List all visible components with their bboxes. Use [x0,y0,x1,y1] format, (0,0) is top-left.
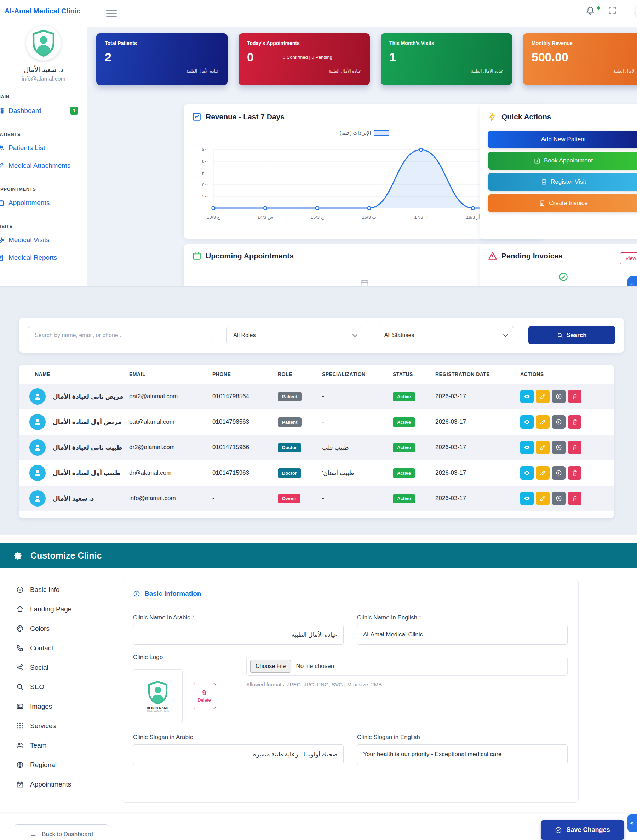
topbar-avatar[interactable] [635,3,637,19]
customize-nav-social[interactable]: Social [11,658,117,677]
customize-nav-contact[interactable]: Contact [11,638,117,658]
download-button[interactable] [552,390,566,403]
view-button[interactable] [520,492,534,505]
table-row: د. سعيد الأمالinfo@alamal.com-Owner-Acti… [19,486,614,511]
view-button[interactable] [520,390,534,403]
trash-icon [572,419,578,425]
pencil-icon [540,495,546,502]
download-button[interactable] [552,441,566,454]
save-changes-button[interactable]: Save Changes [541,820,624,840]
customize-nav-appointments[interactable]: Appointments [11,775,117,794]
arabic-name-field[interactable] [133,625,344,644]
column-header: SPECIALIZATION [318,371,389,377]
bell-icon[interactable] [586,6,595,15]
pending-title-row: Pending Invoices [488,251,637,261]
quick-action-label: Book Appointment [544,157,593,164]
stat-card-footer: عيادة الأمال الطبية [105,69,219,74]
delete-button[interactable] [568,415,582,429]
stat-card-footer: عيادة الأمال الطبية [389,69,504,74]
hamburger-menu-icon[interactable] [106,10,117,18]
delete-button[interactable] [568,390,582,403]
english-name-field[interactable] [357,625,568,644]
customize-nav-landing-page[interactable]: Landing Page [11,599,117,619]
view-button[interactable] [520,441,534,454]
quick-action-register-visit[interactable]: Register Visit [488,173,637,191]
pencil-icon [540,393,546,399]
allowed-formats-text: Allowed formats: JPEG, JPG, PNG, SVG | M… [246,681,568,687]
scroll-float-button[interactable]: » [628,276,637,286]
form-section-title: Basic Information [133,590,568,604]
column-header: PHONE [208,371,274,377]
fullscreen-icon[interactable] [608,6,617,15]
customize-nav-label: Regional [30,761,57,769]
email-cell: pat2@alamal.com [125,393,208,400]
edit-button[interactable] [536,415,550,429]
delete-button[interactable] [568,441,582,454]
customize-nav-regional[interactable]: Regional [11,755,117,775]
scroll-float-button[interactable]: » [628,814,637,832]
quick-action-book-appointment[interactable]: Book Appointment [488,152,637,170]
pencil-icon [540,470,546,476]
stat-card-footer: عيادة الأمال الطبية [247,69,361,74]
customize-nav-services[interactable]: Services [11,716,117,736]
arabic-name-label: Clinic Name in Arabic * [133,614,344,621]
customize-nav-images[interactable]: Images [11,696,117,716]
quick-action-create-invoice[interactable]: Create Invoice [488,194,637,212]
english-slogan-field[interactable] [357,744,568,764]
sidebar-section-label: MAIN [0,94,87,99]
view-button[interactable] [520,415,534,429]
role-filter-select[interactable]: All Roles [227,326,363,344]
english-name-label: Clinic Name in English * [357,614,568,621]
phone-cell: 01014715963 [208,469,274,477]
customize-nav-seo[interactable]: SEO [11,677,117,696]
status-filter-select[interactable]: All Statuses [378,326,514,344]
view-button[interactable] [520,466,534,480]
column-header: EMAIL [125,371,208,377]
sidebar-item-medical-attachments[interactable]: Medical Attachments [0,157,87,175]
stat-card-title: Monthly Revenue [531,40,637,46]
customize-nav: Basic InfoLanding PageColorsContactSocia… [11,580,117,794]
delete-logo-button[interactable]: Delete [192,683,216,709]
sidebar: Al-Amal Medical Clinic د. سعيد الأمال in… [0,0,87,286]
search-button[interactable]: Search [528,326,615,344]
chevron-down-icon [352,332,358,337]
back-to-dashboard-button[interactable]: → Back to Dashboard [14,824,108,840]
stat-card-footer: عيادة الأمال الطبية [531,69,637,74]
search-input[interactable] [28,326,212,344]
customize-nav-basic-info[interactable]: Basic Info [11,580,117,599]
phone-cell: 01014798564 [208,393,274,400]
sidebar-item-label: Patients List [8,144,45,152]
pending-view-all-button[interactable]: View All [620,253,637,264]
edit-button[interactable] [536,441,550,454]
download-button[interactable] [552,492,566,505]
edit-button[interactable] [536,492,550,505]
sidebar-item-patients-list[interactable]: Patients List [0,139,87,157]
download-button[interactable] [552,466,566,480]
download-button[interactable] [552,415,566,429]
customize-nav-colors[interactable]: Colors [11,619,117,638]
user-email: info@alamal.com [0,76,87,82]
sidebar-item-dashboard[interactable]: Dashboard1 [0,102,87,120]
edit-button[interactable] [536,390,550,403]
delete-button[interactable] [568,492,582,505]
customize-nav-team[interactable]: Team [11,736,117,755]
trash-icon [572,444,578,451]
choose-file-button[interactable]: Choose File [250,660,291,673]
edit-button[interactable] [536,466,550,480]
quick-action-add-new-patient[interactable]: Add New Patient [488,131,637,148]
download-icon [556,393,562,399]
delete-button[interactable] [568,466,582,480]
sidebar-item-label: Medical Visits [8,236,50,244]
clinic-name-row: Clinic Name in Arabic * Clinic Name in E… [133,614,568,644]
role-badge: Doctor [278,468,301,478]
arabic-slogan-field[interactable] [133,744,344,764]
table-row: طبيب أول لعيادة الأمالdr@alamal.com01014… [19,460,614,486]
svg-text:14/3 س: 14/3 س [257,215,273,220]
brand-title[interactable]: Al-Amal Medical Clinic [0,0,87,15]
sidebar-item-appointments[interactable]: Appointments [0,194,87,212]
sidebar-item-medical-visits[interactable]: Medical Visits [0,231,87,249]
file-input-box: Choose File No file chosen [246,657,568,676]
sidebar-item-medical-reports[interactable]: Medical Reports [0,249,87,267]
check-circle-icon [555,827,562,834]
customize-nav-label: Basic Info [30,586,60,594]
